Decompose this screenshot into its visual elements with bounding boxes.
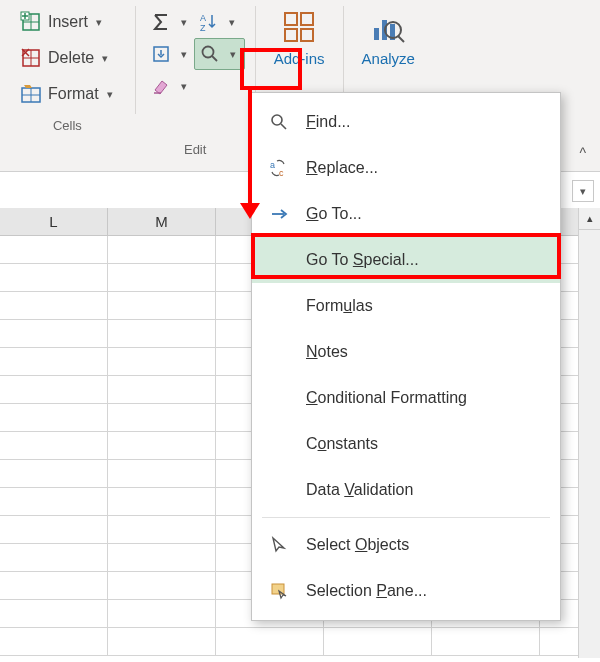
delete-label: Delete bbox=[48, 49, 94, 67]
autosum-button[interactable]: ▾ bbox=[146, 6, 192, 38]
addins-icon bbox=[280, 8, 318, 46]
svg-line-30 bbox=[281, 124, 286, 129]
menu-item-select-objects[interactable]: Select Objects bbox=[252, 522, 560, 568]
column-header[interactable]: M bbox=[108, 208, 216, 235]
menu-item-replace[interactable]: ac Replace... bbox=[252, 145, 560, 191]
chevron-down-icon: ▾ bbox=[227, 48, 242, 61]
menu-item-goto-special[interactable]: Go To Special... bbox=[252, 237, 560, 283]
vertical-scrollbar[interactable]: ▴ bbox=[578, 208, 600, 658]
analyze-icon bbox=[369, 8, 407, 46]
menu-label: Find... bbox=[306, 113, 350, 131]
menu-item-selection-pane[interactable]: Selection Pane... bbox=[252, 568, 560, 614]
format-label: Format bbox=[48, 85, 99, 103]
chevron-down-icon: ▾ bbox=[94, 16, 104, 29]
format-cells-icon bbox=[20, 83, 42, 105]
column-header[interactable]: L bbox=[0, 208, 108, 235]
svg-text:Z: Z bbox=[200, 23, 206, 33]
addins-button[interactable]: Add-ins bbox=[266, 6, 333, 69]
replace-icon: ac bbox=[268, 157, 290, 179]
menu-item-conditional-formatting[interactable]: Conditional Formatting bbox=[252, 375, 560, 421]
svg-line-28 bbox=[398, 36, 404, 42]
svg-rect-24 bbox=[374, 28, 379, 40]
menu-separator bbox=[262, 517, 550, 518]
fill-button[interactable]: ▾ bbox=[146, 38, 192, 70]
group-cells: Insert ▾ Delete ▾ Format ▾ Cells bbox=[10, 6, 125, 133]
blank-icon bbox=[268, 387, 290, 409]
sort-filter-icon: AZ bbox=[196, 9, 222, 35]
delete-button[interactable]: Delete ▾ bbox=[16, 42, 119, 74]
sort-filter-button[interactable]: AZ ▾ bbox=[194, 6, 245, 38]
blank-icon bbox=[268, 479, 290, 501]
menu-item-notes[interactable]: Notes bbox=[252, 329, 560, 375]
selection-pane-icon bbox=[268, 580, 290, 602]
search-icon bbox=[268, 111, 290, 133]
insert-cells-icon bbox=[20, 11, 42, 33]
blank-icon bbox=[268, 341, 290, 363]
menu-label: Data Validation bbox=[306, 481, 413, 499]
cursor-icon bbox=[268, 534, 290, 556]
menu-item-constants[interactable]: Constants bbox=[252, 421, 560, 467]
insert-button[interactable]: Insert ▾ bbox=[16, 6, 119, 38]
menu-item-find[interactable]: Find... bbox=[252, 99, 560, 145]
menu-label: Selection Pane... bbox=[306, 582, 427, 600]
svg-rect-23 bbox=[301, 29, 313, 41]
svg-line-19 bbox=[212, 56, 217, 61]
chevron-down-icon: ▾ bbox=[105, 88, 115, 101]
menu-label: Conditional Formatting bbox=[306, 389, 467, 407]
menu-label: Go To Special... bbox=[306, 251, 419, 269]
svg-rect-21 bbox=[301, 13, 313, 25]
svg-rect-22 bbox=[285, 29, 297, 41]
group-editing: ▾ ▾ ▾ AZ bbox=[146, 6, 245, 157]
analyze-button[interactable]: Analyze bbox=[354, 6, 423, 69]
blank-icon bbox=[268, 433, 290, 455]
autosum-icon bbox=[148, 9, 174, 35]
menu-label: Constants bbox=[306, 435, 378, 453]
goto-icon bbox=[268, 203, 290, 225]
group-separator bbox=[135, 6, 136, 114]
svg-point-18 bbox=[202, 47, 213, 58]
clear-button[interactable]: ▾ bbox=[146, 70, 192, 102]
addins-label: Add-ins bbox=[274, 50, 325, 67]
find-select-menu: Find... ac Replace... Go To... Go To Spe… bbox=[251, 92, 561, 621]
format-button[interactable]: Format ▾ bbox=[16, 78, 119, 110]
menu-item-goto[interactable]: Go To... bbox=[252, 191, 560, 237]
analyze-label: Analyze bbox=[362, 50, 415, 67]
menu-item-formulas[interactable]: Formulas bbox=[252, 283, 560, 329]
svg-point-29 bbox=[272, 115, 282, 125]
menu-label: Replace... bbox=[306, 159, 378, 177]
svg-text:c: c bbox=[279, 168, 284, 178]
chevron-down-icon: ▾ bbox=[580, 185, 586, 198]
group-cells-label: Cells bbox=[53, 118, 82, 133]
menu-item-data-validation[interactable]: Data Validation bbox=[252, 467, 560, 513]
chevron-down-icon: ▾ bbox=[226, 16, 238, 29]
chevron-down-icon: ▾ bbox=[178, 48, 190, 61]
insert-label: Insert bbox=[48, 13, 88, 31]
svg-text:a: a bbox=[270, 160, 275, 170]
find-select-button[interactable]: ▾ bbox=[194, 38, 245, 70]
delete-cells-icon bbox=[20, 47, 42, 69]
svg-rect-34 bbox=[272, 584, 284, 594]
menu-label: Go To... bbox=[306, 205, 362, 223]
find-select-icon bbox=[197, 41, 223, 67]
chevron-down-icon: ▾ bbox=[100, 52, 110, 65]
blank-icon bbox=[268, 295, 290, 317]
blank-icon bbox=[268, 249, 290, 271]
clear-icon bbox=[148, 73, 174, 99]
menu-label: Select Objects bbox=[306, 536, 409, 554]
fill-down-icon bbox=[148, 41, 174, 67]
menu-label: Formulas bbox=[306, 297, 373, 315]
chevron-down-icon: ▾ bbox=[178, 16, 190, 29]
svg-rect-20 bbox=[285, 13, 297, 25]
scroll-up-icon[interactable]: ▴ bbox=[579, 208, 600, 230]
formula-bar-expand-button[interactable]: ▾ bbox=[572, 180, 594, 202]
chevron-down-icon: ▾ bbox=[178, 80, 190, 93]
collapse-ribbon-icon[interactable]: ^ bbox=[579, 145, 586, 161]
menu-label: Notes bbox=[306, 343, 348, 361]
group-editing-label: Edit bbox=[184, 142, 206, 157]
svg-text:A: A bbox=[200, 13, 206, 23]
